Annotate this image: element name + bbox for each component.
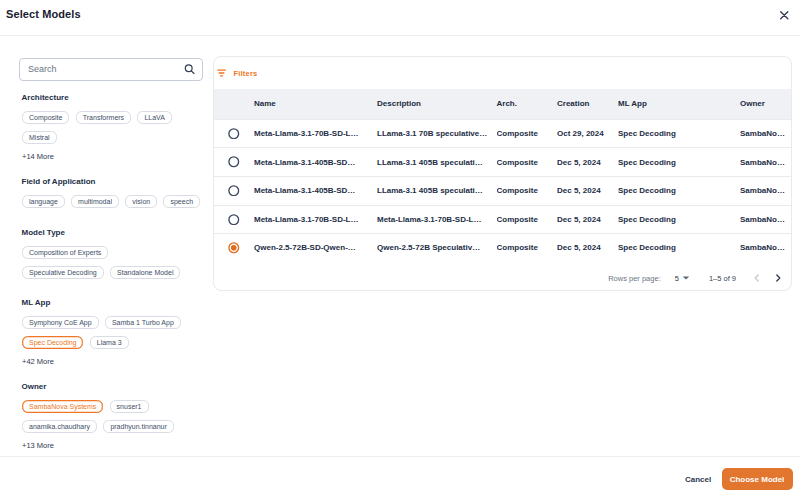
column-header-creation: Creation	[557, 99, 618, 108]
column-header-description: Description	[377, 99, 497, 108]
filter-list-icon	[217, 69, 226, 77]
cell-name: Meta-Llama-3.1-70B-SD-L…	[254, 129, 377, 138]
dialog-title: Select Models	[6, 8, 81, 20]
show-more-button[interactable]: +42 More	[19, 357, 54, 366]
cell-creation: Oct 29, 2024	[557, 129, 618, 138]
filters-label: Filters	[234, 69, 258, 78]
table-header-row: NameDescriptionArch.CreationML AppOwner	[214, 89, 791, 119]
footer-divider	[0, 456, 800, 457]
filter-chip-symphony-coe-app[interactable]: Symphony CoE App	[22, 316, 99, 329]
cell-owner: SambaNo…	[740, 158, 791, 167]
chevron-right-icon	[774, 274, 782, 282]
row-radio[interactable]	[214, 242, 254, 254]
column-header-ml-app: ML App	[618, 99, 740, 108]
filter-chip-vision[interactable]: vision	[125, 195, 157, 208]
search-placeholder: Search	[28, 64, 57, 74]
cell-name: Qwen-2.5-72B-SD-Qwen-…	[254, 243, 377, 252]
cell-ml_app: Spec Decoding	[618, 158, 740, 167]
radio-unchecked-icon	[228, 128, 240, 140]
rows-per-page-value[interactable]: 5	[675, 274, 679, 283]
next-page-button[interactable]	[774, 274, 782, 282]
table-row[interactable]: Qwen-2.5-72B-SD-Qwen-…Qwen-2.5-72B Specu…	[214, 233, 791, 262]
cell-arch: Composite	[497, 129, 558, 138]
filter-chip-llama-3[interactable]: Llama 3	[90, 336, 129, 349]
filter-section-label: ML App	[19, 299, 200, 307]
filter-chip-anamika-chaudhary[interactable]: anamika.chaudhary	[22, 420, 97, 433]
cell-owner: SambaNo…	[740, 186, 791, 195]
cell-name: Meta-Llama-3.1-70B-SD-L…	[254, 215, 377, 224]
cell-arch: Composite	[497, 243, 558, 252]
filter-chip-multimodal[interactable]: multimodal	[71, 195, 119, 208]
row-radio[interactable]	[214, 214, 254, 226]
close-icon	[779, 10, 790, 21]
filter-section-architecture: ArchitectureCompositeTransformersLLaVAMi…	[19, 94, 200, 161]
filter-section-ml-app: ML AppSymphony CoE AppSamba 1 Turbo AppS…	[19, 299, 200, 366]
row-radio[interactable]	[214, 185, 254, 197]
table-row[interactable]: Meta-Llama-3.1-405B-SD…LLama-3.1 405B sp…	[214, 176, 791, 205]
cell-arch: Composite	[497, 158, 558, 167]
close-button[interactable]	[777, 8, 791, 22]
column-header-arch-: Arch.	[497, 99, 558, 108]
column-header-owner: Owner	[740, 99, 791, 108]
filter-chip-spec-decoding[interactable]: Spec Decoding	[22, 336, 83, 349]
filter-section-label: Model Type	[19, 229, 200, 237]
cell-name: Meta-Llama-3.1-405B-SD…	[254, 186, 377, 195]
cell-arch: Composite	[497, 215, 558, 224]
filter-section-field-of-application: Field of Applicationlanguagemultimodalvi…	[19, 178, 200, 208]
cell-description: Qwen-2.5-72B Speculativ…	[377, 243, 497, 252]
filter-chip-samba-1-turbo-app[interactable]: Samba 1 Turbo App	[105, 316, 181, 329]
table-toolbar: Filters	[214, 57, 791, 89]
search-input[interactable]: Search	[19, 58, 203, 81]
cell-owner: SambaNo…	[740, 215, 791, 224]
row-radio[interactable]	[214, 128, 254, 140]
cell-owner: SambaNo…	[740, 129, 791, 138]
previous-page-button[interactable]	[753, 274, 761, 282]
filter-chip-standalone-model[interactable]: Standalone Model	[110, 266, 180, 279]
show-more-button[interactable]: +13 More	[19, 441, 54, 450]
filters-button[interactable]: Filters	[217, 69, 257, 78]
filter-chip-mistral[interactable]: Mistral	[22, 131, 57, 144]
filter-chip-speech[interactable]: speech	[163, 195, 200, 208]
radio-unchecked-icon	[228, 214, 240, 226]
pagination: Rows per page: 5 1–5 of 9	[214, 262, 791, 291]
cell-ml_app: Spec Decoding	[618, 129, 740, 138]
filter-sidebar: Search ArchitectureCompositeTransformers…	[19, 58, 203, 81]
table-row[interactable]: Meta-Llama-3.1-405B-SD…LLama-3.1 405B sp…	[214, 147, 791, 176]
filter-chip-pradhyun-tinnanur[interactable]: pradhyun.tinnanur	[103, 420, 173, 433]
cancel-button[interactable]: Cancel	[676, 468, 720, 490]
row-radio[interactable]	[214, 156, 254, 168]
radio-unchecked-icon	[228, 156, 240, 168]
filter-chip-speculative-decoding[interactable]: Speculative Decoding	[22, 266, 104, 279]
cell-name: Meta-Llama-3.1-405B-SD…	[254, 158, 377, 167]
filter-chip-composite[interactable]: Composite	[22, 111, 69, 124]
cell-creation: Dec 5, 2024	[557, 215, 618, 224]
cell-creation: Dec 5, 2024	[557, 243, 618, 252]
pagination-range: 1–5 of 9	[709, 274, 736, 283]
models-panel: Filters NameDescriptionArch.CreationML A…	[213, 56, 792, 291]
cell-description: LLama-3.1 70B speculative…	[377, 129, 497, 138]
show-more-button[interactable]: +14 More	[19, 152, 54, 161]
table-row[interactable]: Meta-Llama-3.1-70B-SD-L…LLama-3.1 70B sp…	[214, 119, 791, 148]
cell-ml_app: Spec Decoding	[618, 243, 740, 252]
search-icon	[184, 64, 195, 75]
cell-creation: Dec 5, 2024	[557, 186, 618, 195]
rows-per-page-label: Rows per page:	[608, 274, 661, 283]
cell-ml_app: Spec Decoding	[618, 186, 740, 195]
radio-checked-icon	[228, 242, 240, 254]
table-row[interactable]: Meta-Llama-3.1-70B-SD-L…Meta-Llama-3.1-7…	[214, 205, 791, 234]
filter-section-owner: OwnerSambaNova Systemssnuser1anamika.cha…	[19, 383, 200, 450]
filter-chip-transformers[interactable]: Transformers	[76, 111, 131, 124]
header-divider	[0, 35, 800, 36]
cell-owner: SambaNo…	[740, 243, 791, 252]
cell-description: Meta-Llama-3.1-70B-SD-L…	[377, 215, 497, 224]
rows-per-page-caret-icon[interactable]	[682, 276, 690, 280]
filter-chip-snuser1[interactable]: snuser1	[110, 400, 149, 413]
filter-chip-llava[interactable]: LLaVA	[137, 111, 172, 124]
choose-model-button[interactable]: Choose Model	[722, 468, 793, 490]
filter-chip-language[interactable]: language	[22, 195, 65, 208]
cell-description: LLama-3.1 405B speculati…	[377, 186, 497, 195]
cell-arch: Composite	[497, 186, 558, 195]
filter-chip-sambanova-systems[interactable]: SambaNova Systems	[22, 400, 103, 413]
filter-section-label: Field of Application	[19, 178, 200, 186]
filter-chip-composition-of-experts[interactable]: Composition of Experts	[22, 246, 108, 259]
